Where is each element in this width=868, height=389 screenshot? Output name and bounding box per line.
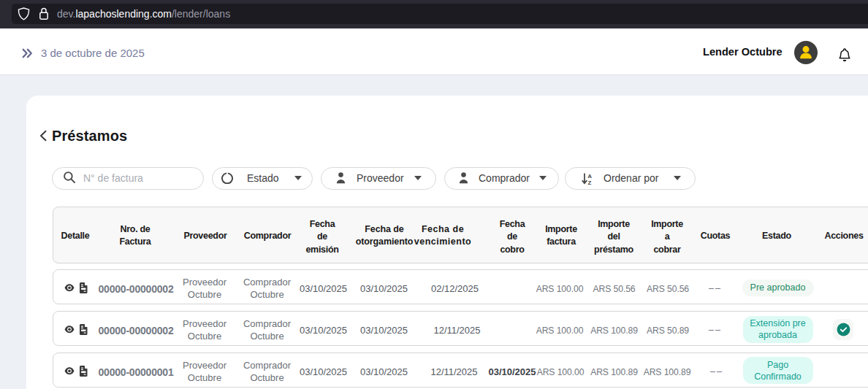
svg-text:Z: Z — [588, 179, 592, 184]
